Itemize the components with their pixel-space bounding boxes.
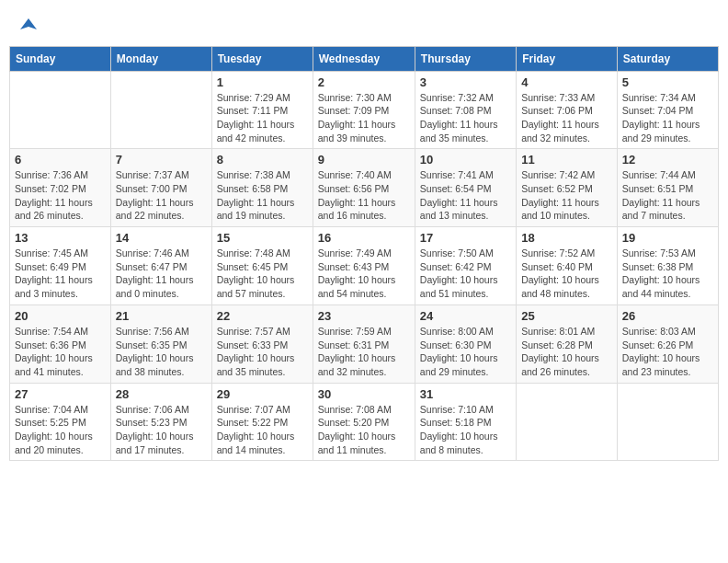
day-number: 3 — [420, 75, 511, 89]
day-number: 8 — [217, 153, 308, 167]
day-number: 7 — [116, 153, 207, 167]
day-cell: 7Sunrise: 7:37 AM Sunset: 7:00 PM Daylig… — [110, 149, 211, 227]
day-cell: 10Sunrise: 7:41 AM Sunset: 6:54 PM Dayli… — [415, 149, 516, 227]
week-row-4: 20Sunrise: 7:54 AM Sunset: 6:36 PM Dayli… — [10, 304, 719, 383]
day-number: 5 — [622, 75, 713, 89]
day-cell: 2Sunrise: 7:30 AM Sunset: 7:09 PM Daylig… — [313, 71, 415, 149]
svg-marker-0 — [20, 18, 37, 29]
day-cell: 25Sunrise: 8:01 AM Sunset: 6:28 PM Dayli… — [517, 304, 618, 383]
day-number: 9 — [318, 153, 410, 167]
week-row-2: 6Sunrise: 7:36 AM Sunset: 7:02 PM Daylig… — [10, 149, 719, 227]
day-cell — [517, 383, 618, 461]
day-cell: 11Sunrise: 7:42 AM Sunset: 6:52 PM Dayli… — [517, 149, 618, 227]
day-cell: 16Sunrise: 7:49 AM Sunset: 6:43 PM Dayli… — [313, 227, 415, 305]
day-info: Sunrise: 7:48 AM Sunset: 6:45 PM Dayligh… — [217, 247, 308, 301]
day-number: 1 — [217, 75, 308, 89]
week-row-5: 27Sunrise: 7:04 AM Sunset: 5:25 PM Dayli… — [10, 383, 719, 461]
day-number: 14 — [116, 231, 207, 245]
day-info: Sunrise: 7:44 AM Sunset: 6:51 PM Dayligh… — [622, 168, 713, 223]
day-number: 26 — [622, 309, 713, 323]
day-header-saturday: Saturday — [617, 46, 718, 71]
day-info: Sunrise: 7:40 AM Sunset: 6:56 PM Dayligh… — [318, 168, 410, 223]
day-header-monday: Monday — [110, 46, 211, 71]
day-cell: 22Sunrise: 7:57 AM Sunset: 6:33 PM Dayli… — [211, 304, 313, 383]
day-cell: 12Sunrise: 7:44 AM Sunset: 6:51 PM Dayli… — [617, 149, 718, 227]
day-cell: 20Sunrise: 7:54 AM Sunset: 6:36 PM Dayli… — [10, 304, 111, 383]
day-info: Sunrise: 7:49 AM Sunset: 6:43 PM Dayligh… — [318, 247, 410, 301]
day-info: Sunrise: 7:46 AM Sunset: 6:47 PM Dayligh… — [116, 247, 207, 301]
day-cell: 28Sunrise: 7:06 AM Sunset: 5:23 PM Dayli… — [110, 383, 211, 461]
day-info: Sunrise: 7:30 AM Sunset: 7:09 PM Dayligh… — [318, 91, 410, 145]
day-number: 13 — [15, 231, 106, 245]
day-number: 19 — [622, 231, 713, 245]
day-cell: 23Sunrise: 7:59 AM Sunset: 6:31 PM Dayli… — [313, 304, 415, 383]
day-cell: 17Sunrise: 7:50 AM Sunset: 6:42 PM Dayli… — [415, 227, 516, 305]
day-cell: 24Sunrise: 8:00 AM Sunset: 6:30 PM Dayli… — [415, 304, 516, 383]
day-info: Sunrise: 7:50 AM Sunset: 6:42 PM Dayligh… — [420, 247, 511, 301]
day-cell: 9Sunrise: 7:40 AM Sunset: 6:56 PM Daylig… — [313, 149, 415, 227]
day-cell: 5Sunrise: 7:34 AM Sunset: 7:04 PM Daylig… — [617, 71, 718, 149]
day-cell: 4Sunrise: 7:33 AM Sunset: 7:06 PM Daylig… — [517, 71, 618, 149]
day-number: 6 — [15, 153, 106, 167]
day-info: Sunrise: 7:38 AM Sunset: 6:58 PM Dayligh… — [217, 168, 308, 223]
day-info: Sunrise: 8:01 AM Sunset: 6:28 PM Dayligh… — [521, 325, 612, 379]
day-cell — [10, 71, 111, 149]
day-cell: 21Sunrise: 7:56 AM Sunset: 6:35 PM Dayli… — [110, 304, 211, 383]
day-cell: 6Sunrise: 7:36 AM Sunset: 7:02 PM Daylig… — [10, 149, 111, 227]
day-info: Sunrise: 7:42 AM Sunset: 6:52 PM Dayligh… — [521, 168, 612, 223]
day-number: 22 — [217, 309, 308, 323]
day-info: Sunrise: 7:45 AM Sunset: 6:49 PM Dayligh… — [15, 247, 106, 301]
day-header-tuesday: Tuesday — [211, 46, 313, 71]
day-number: 24 — [420, 309, 511, 323]
day-info: Sunrise: 7:37 AM Sunset: 7:00 PM Dayligh… — [116, 168, 207, 223]
day-info: Sunrise: 7:56 AM Sunset: 6:35 PM Dayligh… — [116, 325, 207, 379]
day-info: Sunrise: 7:41 AM Sunset: 6:54 PM Dayligh… — [420, 168, 511, 223]
day-cell: 30Sunrise: 7:08 AM Sunset: 5:20 PM Dayli… — [313, 383, 415, 461]
day-number: 17 — [420, 231, 511, 245]
day-number: 27 — [15, 387, 106, 401]
day-info: Sunrise: 7:34 AM Sunset: 7:04 PM Dayligh… — [622, 91, 713, 145]
day-info: Sunrise: 7:54 AM Sunset: 6:36 PM Dayligh… — [15, 325, 106, 379]
day-number: 18 — [521, 231, 612, 245]
day-info: Sunrise: 7:06 AM Sunset: 5:23 PM Dayligh… — [116, 403, 207, 457]
day-number: 4 — [521, 75, 612, 89]
day-number: 31 — [420, 387, 511, 401]
day-cell: 8Sunrise: 7:38 AM Sunset: 6:58 PM Daylig… — [211, 149, 313, 227]
day-number: 28 — [116, 387, 207, 401]
day-number: 21 — [116, 309, 207, 323]
day-header-sunday: Sunday — [10, 46, 111, 71]
day-number: 15 — [217, 231, 308, 245]
day-info: Sunrise: 7:04 AM Sunset: 5:25 PM Dayligh… — [15, 403, 106, 457]
day-cell: 29Sunrise: 7:07 AM Sunset: 5:22 PM Dayli… — [211, 383, 313, 461]
day-number: 29 — [217, 387, 308, 401]
day-info: Sunrise: 8:00 AM Sunset: 6:30 PM Dayligh… — [420, 325, 511, 379]
day-info: Sunrise: 7:59 AM Sunset: 6:31 PM Dayligh… — [318, 325, 410, 379]
day-number: 25 — [521, 309, 612, 323]
day-header-thursday: Thursday — [415, 46, 516, 71]
week-row-3: 13Sunrise: 7:45 AM Sunset: 6:49 PM Dayli… — [10, 227, 719, 305]
day-header-wednesday: Wednesday — [313, 46, 415, 71]
day-number: 23 — [318, 309, 410, 323]
day-info: Sunrise: 7:33 AM Sunset: 7:06 PM Dayligh… — [521, 91, 612, 145]
day-info: Sunrise: 7:57 AM Sunset: 6:33 PM Dayligh… — [217, 325, 308, 379]
day-info: Sunrise: 7:32 AM Sunset: 7:08 PM Dayligh… — [420, 91, 511, 145]
day-number: 30 — [318, 387, 410, 401]
day-info: Sunrise: 8:03 AM Sunset: 6:26 PM Dayligh… — [622, 325, 713, 379]
day-number: 12 — [622, 153, 713, 167]
day-info: Sunrise: 7:29 AM Sunset: 7:11 PM Dayligh… — [217, 91, 308, 145]
day-info: Sunrise: 7:36 AM Sunset: 7:02 PM Dayligh… — [15, 168, 106, 223]
day-cell: 27Sunrise: 7:04 AM Sunset: 5:25 PM Dayli… — [10, 383, 111, 461]
day-cell: 1Sunrise: 7:29 AM Sunset: 7:11 PM Daylig… — [211, 71, 313, 149]
day-cell: 18Sunrise: 7:52 AM Sunset: 6:40 PM Dayli… — [517, 227, 618, 305]
day-number: 20 — [15, 309, 106, 323]
day-header-friday: Friday — [517, 46, 618, 71]
day-cell: 31Sunrise: 7:10 AM Sunset: 5:18 PM Dayli… — [415, 383, 516, 461]
day-number: 16 — [318, 231, 410, 245]
day-cell — [617, 383, 718, 461]
calendar-table: SundayMondayTuesdayWednesdayThursdayFrid… — [9, 46, 719, 462]
day-cell: 26Sunrise: 8:03 AM Sunset: 6:26 PM Dayli… — [617, 304, 718, 383]
day-cell: 14Sunrise: 7:46 AM Sunset: 6:47 PM Dayli… — [110, 227, 211, 305]
week-row-1: 1Sunrise: 7:29 AM Sunset: 7:11 PM Daylig… — [10, 71, 719, 149]
day-cell — [110, 71, 211, 149]
calendar-header-row: SundayMondayTuesdayWednesdayThursdayFrid… — [10, 46, 719, 71]
